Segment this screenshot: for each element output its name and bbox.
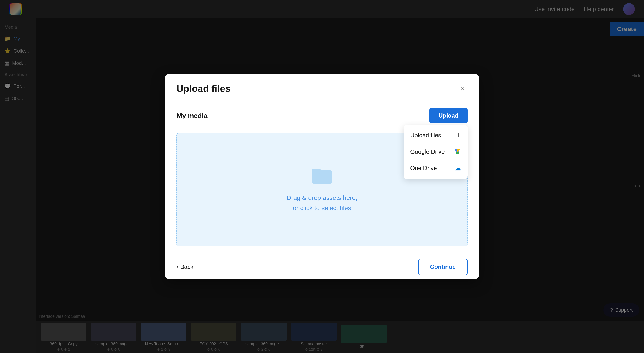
drop-zone-line2: or click to select files [286,203,357,213]
modal-overlay[interactable]: Upload files × My media Upload Upload fi… [0,0,644,353]
upload-dropdown: Upload files ⬆ Google Drive [404,125,468,179]
modal-body: My media Upload Upload files ⬆ Google Dr… [165,101,479,253]
modal-close-button[interactable]: × [458,84,468,94]
dropdown-item-google-drive[interactable]: Google Drive [404,144,468,160]
back-chevron-icon: ‹ [176,264,178,270]
upload-button-container: Upload Upload files ⬆ Google Drive [429,108,468,123]
my-media-title: My media [176,112,208,120]
drop-zone-text: Drag & drop assets here, or click to sel… [286,193,357,213]
back-button[interactable]: ‹ Back [176,264,193,270]
continue-button[interactable]: Continue [418,259,468,275]
upload-files-modal: Upload files × My media Upload Upload fi… [165,74,479,279]
modal-footer: ‹ Back Continue [165,253,479,280]
one-drive-icon: ☁ [455,164,461,172]
modal-title: Upload files [176,83,230,94]
folder-icon [312,166,332,188]
back-label: Back [180,264,194,270]
svg-rect-1 [312,169,321,174]
upload-button[interactable]: Upload [429,108,468,123]
dropdown-google-drive-label: Google Drive [410,148,445,155]
google-drive-icon [454,148,461,155]
drop-zone-line1: Drag & drop assets here, [286,193,357,203]
my-media-header: My media Upload Upload files ⬆ Google Dr… [176,108,468,128]
dropdown-one-drive-label: One Drive [410,165,437,172]
dropdown-upload-files-label: Upload files [410,132,441,139]
upload-arrow-icon: ⬆ [456,132,461,139]
dropdown-item-upload-files[interactable]: Upload files ⬆ [404,127,468,144]
modal-header: Upload files × [165,74,479,101]
dropdown-item-one-drive[interactable]: One Drive ☁ [404,160,468,176]
close-icon: × [460,84,465,93]
